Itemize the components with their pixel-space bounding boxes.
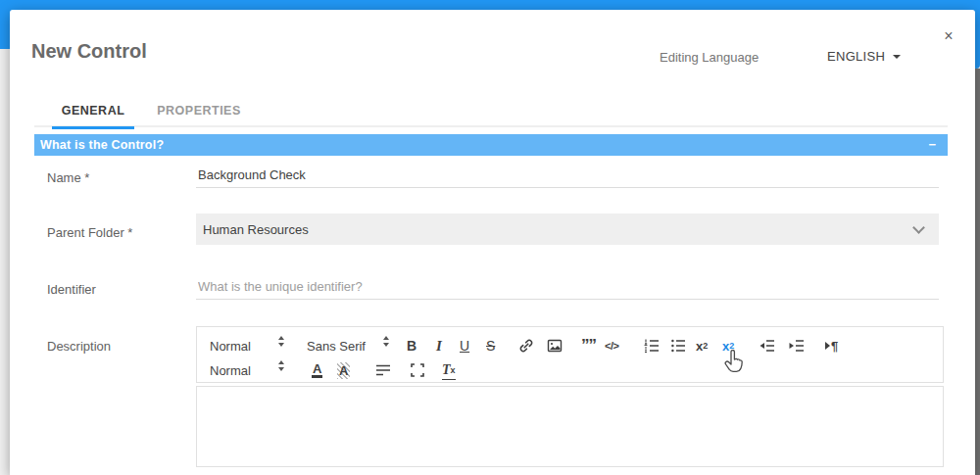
strikethrough-button[interactable]: S — [486, 336, 495, 356]
updown-arrows-icon[interactable] — [278, 336, 284, 356]
section-title: What is the Control? — [40, 138, 164, 152]
italic-button[interactable]: I — [436, 336, 442, 356]
pilcrow-glyph: ¶ — [831, 339, 838, 354]
clean-x-glyph: x — [451, 365, 456, 375]
collapse-icon[interactable]: − — [928, 137, 936, 152]
updown-arrows-icon[interactable] — [383, 336, 389, 356]
parent-folder-label: Parent Folder * — [47, 225, 132, 240]
language-value: ENGLISH — [827, 49, 885, 64]
paragraph-format-picker-2[interactable]: Normal — [210, 360, 251, 380]
identifier-input[interactable] — [196, 274, 939, 300]
editing-language-label: Editing Language — [660, 50, 759, 65]
language-dropdown[interactable]: ENGLISH — [827, 49, 901, 64]
richtext-toolbar: Normal Sans Serif B I U S — [196, 326, 944, 383]
link-icon[interactable] — [517, 336, 535, 356]
identifier-label: Identifier — [47, 282, 96, 297]
caret-down-icon — [893, 55, 901, 59]
name-input[interactable] — [196, 163, 939, 188]
background-scroll-strip — [975, 69, 980, 475]
bullet-list-icon[interactable] — [669, 336, 687, 356]
section-header[interactable]: What is the Control? − — [34, 134, 948, 156]
subscript-button[interactable]: x2 — [696, 336, 708, 356]
parent-folder-select[interactable]: Human Resources — [196, 214, 939, 245]
underline-button[interactable]: U — [460, 336, 469, 356]
paragraph-format-picker[interactable]: Normal — [210, 336, 251, 356]
bold-button[interactable]: B — [407, 336, 416, 356]
image-icon[interactable] — [546, 336, 564, 356]
text-color-letter: A — [312, 362, 322, 378]
outdent-icon[interactable] — [759, 336, 776, 356]
description-label: Description — [47, 339, 111, 354]
new-control-dialog: New Control × Editing Language ENGLISH G… — [10, 10, 975, 475]
font-picker[interactable]: Sans Serif — [307, 336, 366, 356]
tab-properties[interactable]: PROPERTIES — [157, 104, 241, 127]
subscript-base: x — [696, 339, 703, 354]
align-icon[interactable] — [374, 360, 392, 380]
parent-folder-value: Human Resources — [203, 222, 309, 237]
clear-formatting-button[interactable]: Tx — [442, 360, 456, 380]
tab-bar: GENERAL PROPERTIES — [34, 104, 948, 127]
background-color-button[interactable]: A — [337, 360, 350, 380]
screen: New Control × Editing Language ENGLISH G… — [0, 0, 980, 475]
code-icon[interactable]: </> — [605, 336, 618, 356]
background-color-letter: A — [337, 362, 350, 379]
fullscreen-icon[interactable] — [409, 360, 426, 380]
indent-icon[interactable] — [788, 336, 806, 356]
blockquote-icon[interactable]: ”” — [581, 336, 596, 356]
close-icon[interactable]: × — [939, 27, 958, 45]
name-label: Name * — [47, 170, 89, 185]
hand-cursor-icon — [722, 350, 746, 379]
dialog-title: New Control — [31, 40, 147, 63]
text-direction-icon[interactable]: ¶ — [825, 336, 838, 356]
description-editor-area[interactable] — [196, 386, 944, 467]
font-value: Sans Serif — [307, 339, 366, 354]
paragraph-format-value: Normal — [210, 339, 251, 354]
text-color-button[interactable]: A — [312, 360, 322, 380]
paragraph-format-value-2: Normal — [210, 363, 251, 378]
updown-arrows-icon[interactable] — [278, 360, 284, 380]
clean-t-glyph: T — [442, 362, 451, 378]
chevron-down-icon — [912, 221, 925, 234]
tab-general[interactable]: GENERAL — [52, 104, 134, 127]
ordered-list-icon[interactable] — [643, 336, 661, 356]
subscript-mark: 2 — [703, 341, 708, 351]
